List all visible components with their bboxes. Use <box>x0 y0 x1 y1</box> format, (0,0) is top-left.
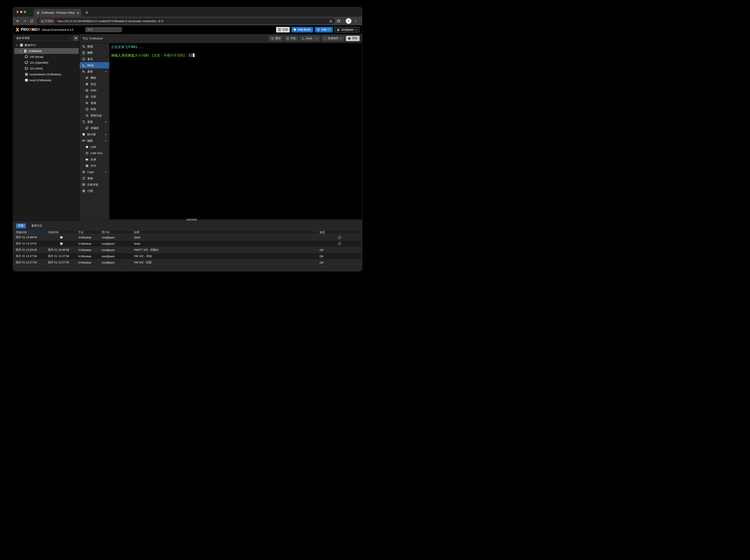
restart-button[interactable]: 重启 <box>269 36 283 41</box>
user-menu-button[interactable]: root@pam <box>335 27 360 33</box>
menu-item-磁盘[interactable]: 磁盘▾ <box>80 138 109 144</box>
tree-settings-button[interactable] <box>73 35 79 41</box>
menu-item-label: 概要 <box>87 51 93 55</box>
tab-close-icon[interactable] <box>76 11 80 15</box>
address-bar[interactable]: 不安全 https://10.10.10.254:8006/#v1:0:=nod… <box>37 18 335 24</box>
menu-item-更新[interactable]: 更新▾ <box>80 119 109 125</box>
menu-item-label: DNS <box>90 89 96 92</box>
task-row[interactable]: 四月 01 13:27:50四月 01 13:27:55VUModuleroot… <box>14 259 361 266</box>
panel-collapse-handle[interactable]: ▼ <box>187 219 197 221</box>
panel-splitter[interactable] <box>80 219 362 221</box>
task-row[interactable]: 四月 01 13:29:40四月 01 13:49:58VUModuleroot… <box>14 247 361 253</box>
menu-item-zfs[interactable]: ZFS <box>80 163 109 169</box>
vm-running-icon <box>25 55 28 59</box>
proxmox-logo-icon <box>15 27 20 32</box>
task-row[interactable]: 四月 01 13:27:56四月 01 13:27:56VUModuleroot… <box>14 253 361 259</box>
menu-item-概要[interactable]: 概要 <box>80 49 109 56</box>
macos-zoom-button[interactable] <box>24 11 26 13</box>
bulk-actions-button[interactable]: 批量操作 <box>322 36 344 41</box>
macos-close-button[interactable] <box>17 11 19 13</box>
menu-item-lvm-thin[interactable]: LVM-Thin <box>80 150 109 156</box>
power-icon <box>286 37 289 40</box>
column-header-0[interactable]: 开始时间↓ <box>14 231 46 234</box>
tree-item-100-ikuai-[interactable]: 100 (iKuai) <box>14 54 79 60</box>
chevron-down-icon[interactable] <box>16 44 18 46</box>
tree-item--[interactable]: 数据中心 <box>14 42 79 48</box>
menu-item-系统[interactable]: 系统▾ <box>80 68 109 75</box>
documentation-button[interactable]: 文档 <box>276 27 290 33</box>
tree-item-vumodule[interactable]: VUModule <box>14 48 79 54</box>
menu-item-shell[interactable]: Shell <box>80 62 109 68</box>
menu-item-备注[interactable]: 备注 <box>80 56 109 62</box>
menu-item-时间[interactable]: 时间 <box>80 106 109 113</box>
tree-item-localnetwork-vumodule-[interactable]: localnetwork (VUModule) <box>14 72 79 77</box>
macos-minimize-button[interactable] <box>20 11 22 13</box>
menu-item-label: 备注 <box>87 57 93 61</box>
task-row[interactable]: 四月 01 13:49:59VUModuleroot@pamShell <box>14 234 361 241</box>
menu-item-存储库[interactable]: 存储库 <box>80 125 109 131</box>
create-ct-label: 创建 CT <box>321 28 331 32</box>
monitor-icon <box>293 28 297 31</box>
menu-item-目录[interactable]: 目录 <box>80 156 109 163</box>
menu-item-凭证[interactable]: 凭证 <box>80 81 109 87</box>
note-icon <box>82 57 85 61</box>
menu-item-网络[interactable]: 网络 <box>80 75 109 81</box>
column-header-3[interactable]: 用户名 <box>100 231 132 234</box>
chevron-down-icon[interactable] <box>316 38 318 40</box>
tab-tasks[interactable]: 任务 <box>16 223 26 228</box>
chevron-down-icon[interactable] <box>19 49 22 53</box>
task-cell: root@pam <box>100 247 132 253</box>
column-header-1[interactable]: 结束时间 <box>46 231 77 234</box>
menu-item-ceph[interactable]: Ceph▸ <box>80 169 109 175</box>
menu-item-搜索[interactable]: 搜索 <box>80 43 109 49</box>
security-badge[interactable]: 不安全 <box>39 19 55 23</box>
back-icon[interactable] <box>16 19 20 23</box>
extensions-icon[interactable] <box>337 19 340 23</box>
create-vm-button[interactable]: 创建虚拟机 <box>291 27 313 33</box>
forward-icon[interactable] <box>23 19 27 23</box>
menu-item-系统日志[interactable]: 系统日志 <box>80 113 109 119</box>
tree-item-local-vumodule-[interactable]: local (VUModule) <box>14 77 79 83</box>
chevron-down-icon <box>355 28 357 31</box>
caret-right-icon: ▸ <box>105 171 106 173</box>
view-selector-dropdown[interactable]: 服务器视图 <box>14 35 72 41</box>
bookmark-star-icon[interactable] <box>329 19 332 23</box>
tab-cluster-log[interactable]: 集群日志 <box>29 223 44 228</box>
column-header-2[interactable]: 节点 <box>77 231 100 234</box>
tasklist-icon <box>82 183 85 186</box>
shell-split-button[interactable]: Shell <box>300 36 320 41</box>
tree-item-102-nas-[interactable]: 102 (NAS) <box>14 66 79 72</box>
new-tab-button[interactable] <box>85 11 89 15</box>
menu-item-订阅[interactable]: 订阅 <box>80 188 109 194</box>
task-row[interactable]: 四月 01 13:10:01VUModuleroot@pamShell <box>14 241 361 247</box>
shutdown-button[interactable]: 关机 <box>284 36 298 41</box>
help-button[interactable]: ? 帮助 <box>346 36 360 41</box>
shell-terminal[interactable]: 正在安装飞牛NAS... 请输入系统硬盘大小(GB) [注意：不得小于32G]：… <box>109 43 362 219</box>
menu-item-dns[interactable]: DNS <box>80 87 109 94</box>
menu-item-lvm[interactable]: LVM <box>80 144 109 150</box>
column-label: 开始时间 <box>16 231 26 234</box>
terminal-icon <box>82 64 85 67</box>
reload-icon[interactable] <box>30 19 34 23</box>
pve-header: PROXMOX Virtual Environment 8.3.5 文档 创建虚… <box>13 25 362 34</box>
menu-item-任务历史[interactable]: 任务历史 <box>80 181 109 188</box>
global-search-input[interactable] <box>85 27 122 32</box>
caret-down-icon: ▾ <box>105 139 106 142</box>
menu-item-复制[interactable]: 复制 <box>80 175 109 181</box>
menu-item-选项[interactable]: 选项 <box>80 100 109 106</box>
browser-tabstrip: VUModule - Proxmox Virtual E <box>13 7 362 17</box>
menu-item-主机[interactable]: 主机 <box>80 94 109 100</box>
column-header-5[interactable]: 状态 <box>318 231 361 234</box>
create-ct-button[interactable]: 创建 CT <box>315 27 333 33</box>
task-cell: VUModule <box>77 241 100 247</box>
browser-tab[interactable]: VUModule - Proxmox Virtual E <box>34 9 81 17</box>
server-icon <box>20 43 23 47</box>
tree-item-101-openwrt-[interactable]: 101 (OpenWrt) <box>14 60 79 66</box>
column-header-4[interactable]: 说明 <box>132 231 318 234</box>
menu-item-label: 系统 <box>87 70 93 74</box>
browser-menu-icon[interactable] <box>354 19 358 23</box>
caret-down-icon: ▾ <box>105 121 106 123</box>
url-text: https://10.10.10.254:8006/#v1:0:=node%2F… <box>57 19 327 23</box>
menu-item-防火墙[interactable]: 防火墙▸ <box>80 131 109 138</box>
profile-avatar[interactable]: V <box>346 18 351 24</box>
